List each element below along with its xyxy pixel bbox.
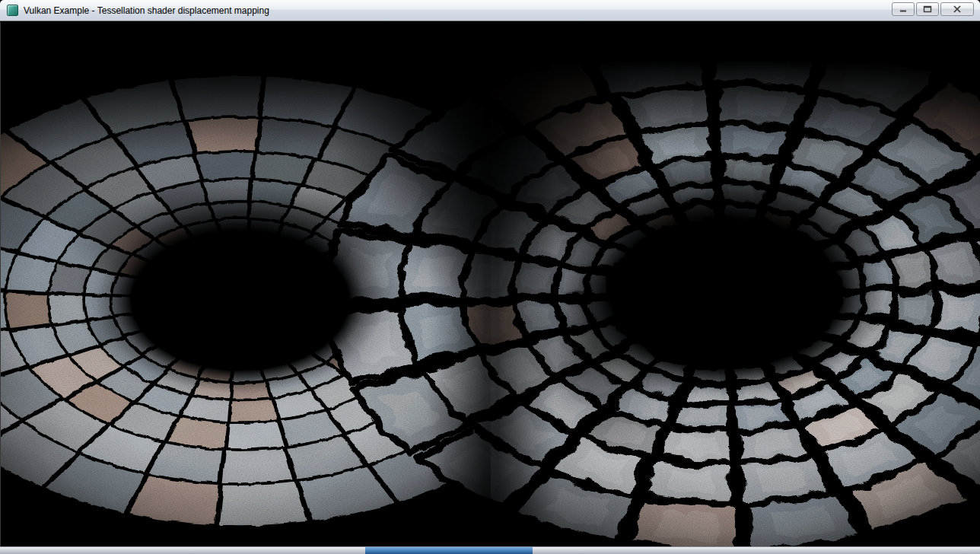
- maximize-button[interactable]: [916, 2, 939, 16]
- close-button[interactable]: [940, 2, 974, 16]
- vulkan-render: [1, 22, 980, 546]
- vulkan-example-icon: [7, 5, 18, 16]
- window-title: Vulkan Example - Tessellation shader dis…: [24, 5, 269, 16]
- grain-texture: [1, 22, 980, 546]
- window-bottom-frame: [0, 546, 980, 554]
- render-viewport[interactable]: [0, 22, 980, 546]
- minimize-button[interactable]: [892, 2, 915, 16]
- title-bar[interactable]: Vulkan Example - Tessellation shader dis…: [0, 0, 980, 21]
- close-icon: [953, 5, 962, 13]
- minimize-icon: [899, 5, 908, 13]
- maximize-icon: [923, 5, 932, 13]
- app-window: Vulkan Example - Tessellation shader dis…: [0, 0, 980, 554]
- taskbar-fragment[interactable]: [365, 547, 533, 554]
- window-controls: [892, 2, 974, 16]
